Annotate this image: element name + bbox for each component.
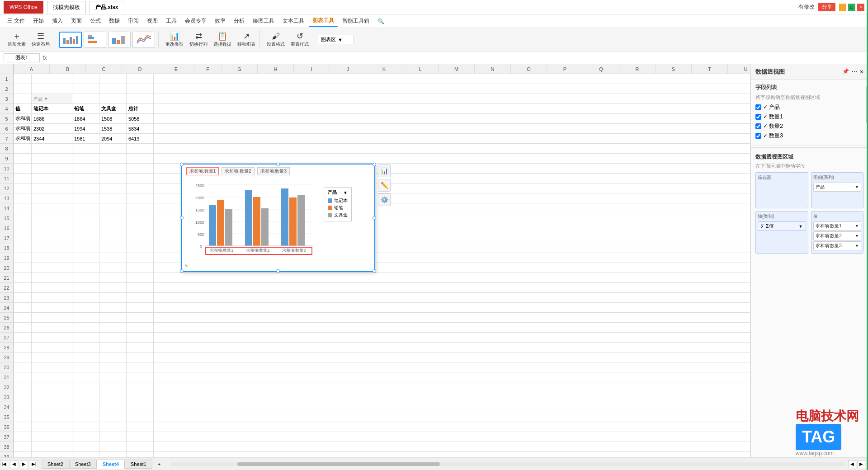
cell-e21[interactable]	[127, 273, 154, 283]
cell-b3[interactable]: 产品 ▼	[32, 94, 72, 104]
cell-b25[interactable]	[32, 313, 72, 323]
close-button[interactable]: ×	[857, 4, 864, 11]
select-data-button[interactable]: 📋 选择数据	[211, 30, 234, 49]
cell-a31[interactable]	[14, 372, 32, 382]
legend-tab-3[interactable]: 求和项:数量3	[257, 167, 290, 175]
field-qty3-checkbox[interactable]	[755, 133, 761, 139]
panel-close-icon[interactable]: ×	[860, 68, 863, 75]
field-qty1[interactable]: ✓ 数量1	[755, 113, 863, 121]
cell-b32[interactable]	[32, 382, 72, 392]
cell-e35[interactable]	[127, 412, 154, 422]
legend-tab-2[interactable]: 求和项:数量2	[222, 167, 254, 175]
cell-b24[interactable]	[32, 303, 72, 313]
sheet-nav-prev[interactable]: ◀	[10, 460, 18, 468]
menu-vip[interactable]: 会员专享	[181, 15, 210, 27]
cell-b39[interactable]	[32, 452, 72, 457]
cell-b35[interactable]	[32, 412, 72, 422]
spreadsheet[interactable]: A B C D E F G H I J K L M N O P Q R S T	[0, 64, 750, 457]
cell-e10[interactable]	[127, 164, 154, 174]
cell-a39[interactable]	[14, 452, 32, 457]
cell-a13[interactable]	[14, 193, 32, 203]
cell-c27[interactable]	[72, 333, 99, 343]
sheet-tab-sheet4[interactable]: Sheet4	[97, 460, 125, 469]
cell-a12[interactable]	[14, 183, 32, 193]
cell-d9[interactable]	[99, 154, 127, 164]
maximize-button[interactable]: □	[848, 4, 855, 11]
cell-d38[interactable]	[99, 442, 127, 452]
legend-tab-1[interactable]: 求和项:数量1	[186, 167, 219, 175]
cell-c12[interactable]	[72, 183, 99, 193]
add-element-button[interactable]: ＋ 添加元素	[5, 30, 28, 49]
cell-d29[interactable]	[99, 352, 127, 362]
cell-e38[interactable]	[127, 442, 154, 452]
cell-d17[interactable]	[99, 233, 127, 243]
menu-text-tools[interactable]: 文本工具	[279, 15, 308, 27]
chart-type-4[interactable]	[132, 32, 155, 48]
cell-b7[interactable]: 2344	[32, 134, 72, 144]
cell-c13[interactable]	[72, 193, 99, 203]
cell-e15[interactable]	[127, 213, 154, 223]
cell-c5[interactable]: 1864	[72, 114, 99, 124]
cell-a38[interactable]	[14, 442, 32, 452]
field-product[interactable]: ✓ 产品	[755, 103, 863, 111]
menu-insert[interactable]: 插入	[48, 15, 66, 27]
field-qty2[interactable]: ✓ 数量2	[755, 122, 863, 130]
scroll-left-btn[interactable]: ◀	[848, 460, 856, 468]
cell-e30[interactable]	[127, 362, 154, 372]
cell-d36[interactable]	[99, 422, 127, 432]
menu-chart-tools[interactable]: 图表工具	[309, 15, 338, 27]
cell-b6[interactable]: 2302	[32, 124, 72, 134]
values-tag-2[interactable]: 求和项:数量2 ▼	[813, 231, 862, 240]
cell-a6[interactable]: 求和项:数量2	[14, 124, 32, 134]
cell-d7[interactable]: 2094	[99, 134, 127, 144]
cell-c29[interactable]	[72, 352, 99, 362]
chart-edit-icon[interactable]: ✎	[184, 263, 188, 268]
cell-a24[interactable]	[14, 303, 32, 313]
cell-e1[interactable]	[127, 74, 154, 84]
cell-b33[interactable]	[32, 392, 72, 402]
menu-formula[interactable]: 公式	[86, 15, 104, 27]
legend-tag-dropdown[interactable]: ▼	[855, 185, 859, 189]
cell-a7[interactable]: 求和项:数量3	[14, 134, 32, 144]
cell-e18[interactable]	[127, 243, 154, 253]
cell-d34[interactable]	[99, 402, 127, 412]
cell-d23[interactable]	[99, 293, 127, 303]
cell-b5[interactable]: 1686	[32, 114, 72, 124]
cell-e34[interactable]	[127, 402, 154, 412]
cell-e22[interactable]	[127, 283, 154, 293]
chart-tb-btn-3[interactable]: ⚙️	[378, 193, 391, 206]
cell-a34[interactable]	[14, 402, 32, 412]
cell-c10[interactable]	[72, 164, 99, 174]
cell-d25[interactable]	[99, 313, 127, 323]
cell-c9[interactable]	[72, 154, 99, 164]
cell-a1[interactable]	[14, 74, 32, 84]
minimize-button[interactable]: −	[839, 4, 846, 11]
cell-a9[interactable]	[14, 154, 32, 164]
cell-b37[interactable]	[32, 432, 72, 442]
cell-b26[interactable]	[32, 323, 72, 333]
cell-c6[interactable]: 1994	[72, 124, 99, 134]
menu-analysis[interactable]: 分析	[230, 15, 248, 27]
cell-d14[interactable]	[99, 203, 127, 213]
cell-a11[interactable]	[14, 174, 32, 183]
sheet-tab-sheet2[interactable]: Sheet2	[42, 460, 69, 469]
chart-area-dropdown[interactable]: 图表区 ▼	[318, 35, 354, 44]
chart-type-2[interactable]	[84, 32, 106, 48]
cell-d20[interactable]	[99, 263, 127, 273]
cell-d27[interactable]	[99, 333, 127, 343]
menu-home[interactable]: 开始	[29, 15, 47, 27]
cell-a2[interactable]	[14, 84, 32, 94]
cell-a32[interactable]	[14, 382, 32, 392]
move-chart-button[interactable]: ↗ 移动图表	[235, 30, 258, 49]
cell-b30[interactable]	[32, 362, 72, 372]
cell-e24[interactable]	[127, 303, 154, 313]
cell-c22[interactable]	[72, 283, 99, 293]
cell-c4[interactable]: 铅笔	[72, 104, 99, 114]
chart-overlay[interactable]: 📊 ✏️ ⚙️ 求和项:数量1 求和项:数量2 求和项:数量3 0 500 10…	[181, 164, 375, 272]
wps-tab[interactable]: WPS Office	[4, 1, 43, 14]
cell-b27[interactable]	[32, 333, 72, 343]
values-tag-3[interactable]: 求和项:数量3 ▼	[813, 241, 862, 250]
menu-draw-tools[interactable]: 绘图工具	[249, 15, 278, 27]
cell-a33[interactable]	[14, 392, 32, 402]
cell-e20[interactable]	[127, 263, 154, 273]
